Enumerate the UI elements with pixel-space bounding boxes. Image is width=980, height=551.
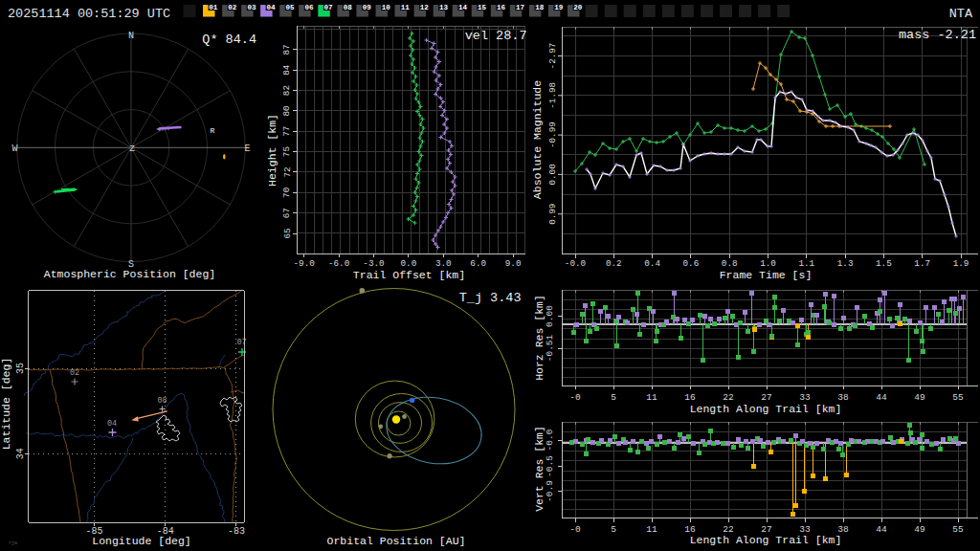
svg-text:Height [km]: Height [km] [266, 114, 278, 187]
svg-text:0.99: 0.99 [547, 204, 558, 225]
svg-text:1.1: 1.1 [798, 258, 814, 269]
svg-text:6.0: 6.0 [470, 258, 486, 269]
svg-text:1.0: 1.0 [760, 258, 776, 269]
svg-text:-9.0: -9.0 [294, 258, 315, 269]
svg-text:Vert Res [km]: Vert Res [km] [533, 426, 546, 512]
svg-text:27: 27 [761, 392, 771, 403]
svg-text:75: 75 [282, 146, 293, 157]
svg-text:mass -2.21: mass -2.21 [899, 28, 976, 42]
svg-text:0.00: 0.00 [545, 305, 555, 327]
svg-text:3.0: 3.0 [435, 258, 452, 269]
svg-text:-0.9: -0.9 [545, 480, 555, 502]
svg-text:E: E [244, 143, 250, 154]
svg-text:-0.0: -0.0 [545, 429, 555, 451]
svg-text:W: W [12, 143, 18, 154]
svg-text:Latitude [deg]: Latitude [deg] [0, 358, 12, 451]
svg-text:R: R [211, 126, 215, 135]
svg-text:02: 02 [70, 368, 79, 378]
svg-text:9.0: 9.0 [505, 258, 522, 269]
svg-text:77: 77 [282, 126, 293, 137]
svg-text:-83: -83 [228, 526, 245, 537]
svg-text:Z: Z [129, 143, 135, 154]
svg-text:-3.0: -3.0 [363, 258, 384, 269]
svg-text:Q* 84.4: Q* 84.4 [202, 33, 256, 47]
svg-text:5: 5 [611, 392, 616, 403]
svg-text:07: 07 [236, 338, 246, 347]
svg-text:84: 84 [282, 64, 293, 76]
svg-text:N: N [128, 31, 134, 41]
svg-text:67: 67 [282, 208, 293, 218]
svg-text:1.7: 1.7 [914, 258, 930, 269]
svg-text:Length Along Trail [km]: Length Along Trail [km] [690, 534, 842, 546]
svg-text:16: 16 [684, 392, 696, 403]
svg-text:87: 87 [282, 44, 293, 55]
svg-text:49: 49 [914, 392, 925, 403]
svg-text:14: 14 [458, 4, 468, 11]
svg-text:vel 28.7: vel 28.7 [465, 29, 527, 43]
svg-text:70: 70 [282, 187, 293, 198]
svg-text:0.0: 0.0 [401, 258, 417, 269]
svg-text:12: 12 [420, 4, 430, 11]
svg-text:1.5: 1.5 [876, 258, 892, 269]
svg-text:Longitude [deg]: Longitude [deg] [92, 535, 191, 547]
svg-text:44: 44 [876, 524, 887, 535]
svg-text:05: 05 [285, 4, 295, 11]
svg-text:-0.5: -0.5 [545, 455, 555, 477]
svg-text:65: 65 [282, 228, 293, 238]
svg-text:55: 55 [952, 392, 964, 403]
svg-text:-1.98: -1.98 [547, 82, 558, 109]
svg-text:Orbital Position [AU]: Orbital Position [AU] [327, 535, 466, 547]
svg-text:82: 82 [282, 85, 293, 96]
svg-text:0.6: 0.6 [683, 258, 700, 269]
svg-text:10: 10 [382, 4, 391, 11]
svg-text:-0.51: -0.51 [545, 334, 555, 362]
svg-text:1.9: 1.9 [953, 258, 969, 269]
svg-text:04: 04 [266, 4, 276, 11]
svg-text:17: 17 [516, 4, 524, 11]
svg-text:20251114 00:51:29 UTC: 20251114 00:51:29 UTC [8, 7, 170, 21]
svg-text:NTA: NTA [949, 7, 973, 21]
svg-text:0.8: 0.8 [722, 258, 738, 269]
svg-text:-0: -0 [569, 524, 581, 535]
svg-text:0.2: 0.2 [606, 258, 622, 269]
svg-text:rjw: rjw [9, 540, 17, 546]
svg-text:5: 5 [611, 524, 616, 535]
svg-text:-0.99: -0.99 [547, 121, 558, 148]
svg-text:08: 08 [344, 4, 353, 11]
svg-text:72: 72 [282, 166, 293, 177]
svg-text:Length Along Trail [km]: Length Along Trail [km] [690, 403, 842, 415]
svg-text:T_j 3.43: T_j 3.43 [459, 291, 522, 305]
svg-text:Frame Time [s]: Frame Time [s] [720, 269, 813, 281]
svg-text:Atmospheric Position [deg]: Atmospheric Position [deg] [44, 268, 215, 280]
svg-text:08: 08 [157, 396, 167, 406]
svg-text:03: 03 [247, 4, 256, 11]
svg-text:-0: -0 [569, 392, 581, 403]
svg-text:44: 44 [876, 392, 887, 403]
svg-text:13: 13 [439, 4, 449, 11]
svg-text:16: 16 [497, 4, 506, 11]
svg-text:1.3: 1.3 [837, 258, 854, 269]
svg-text:15: 15 [478, 4, 487, 11]
svg-text:Trail Offset [km]: Trail Offset [km] [353, 269, 465, 281]
svg-text:02: 02 [228, 4, 237, 11]
svg-text:11: 11 [646, 524, 657, 535]
svg-text:49: 49 [914, 524, 925, 535]
svg-text:07: 07 [324, 4, 333, 11]
svg-text:18: 18 [535, 4, 545, 11]
svg-text:19: 19 [554, 4, 564, 11]
svg-text:09: 09 [363, 4, 372, 11]
svg-text:34: 34 [15, 448, 26, 459]
svg-text:22: 22 [723, 392, 734, 403]
svg-text:06: 06 [305, 4, 315, 11]
svg-text:0.4: 0.4 [644, 258, 660, 269]
svg-text:Horz Res [km]: Horz Res [km] [533, 295, 546, 381]
svg-text:-0.0: -0.0 [565, 258, 586, 269]
svg-text:Absolute Magnitude: Absolute Magnitude [531, 80, 544, 199]
svg-text:01: 01 [209, 4, 218, 11]
svg-text:55: 55 [952, 524, 964, 535]
svg-text:33: 33 [799, 392, 811, 403]
svg-text:0.00: 0.00 [547, 164, 558, 185]
svg-text:11: 11 [401, 4, 411, 11]
svg-text:38: 38 [837, 392, 849, 403]
svg-text:35: 35 [15, 363, 26, 374]
